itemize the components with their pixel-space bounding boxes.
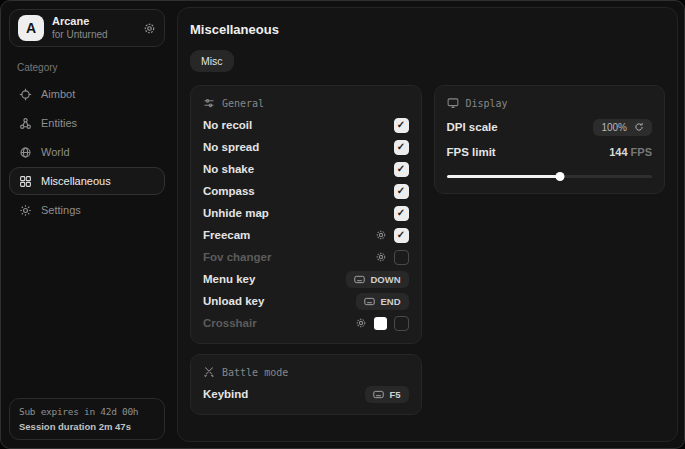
- setting-label: Menu key: [203, 273, 255, 285]
- sidebar: A Arcane for Unturned Category Aimbot: [1, 1, 173, 448]
- sidebar-item-aimbot[interactable]: Aimbot: [9, 80, 165, 108]
- general-card: General No recoil No spread No shake: [190, 85, 422, 344]
- grid-icon: [19, 175, 32, 188]
- setting-label: DPI scale: [447, 121, 498, 133]
- fps-slider-fill: [447, 175, 560, 178]
- sidebar-header: A Arcane for Unturned: [9, 9, 165, 47]
- fps-limit-slider[interactable]: [447, 171, 653, 181]
- setting-label: No recoil: [203, 119, 252, 131]
- dpi-scale-value: 100%: [601, 122, 627, 133]
- battle-keybind-value: F5: [389, 389, 400, 400]
- app-window: A Arcane for Unturned Category Aimbot: [0, 0, 685, 449]
- sliders-icon: [203, 97, 215, 109]
- setting-label: Keybind: [203, 388, 248, 400]
- setting-row-battle-keybind: Keybind F5: [203, 383, 409, 405]
- dpi-scale-button[interactable]: 100%: [593, 119, 652, 136]
- setting-row-dpi-scale: DPI scale 100%: [447, 114, 653, 140]
- setting-row-unload-key: Unload key END: [203, 290, 409, 312]
- battle-mode-card-title: Battle mode: [222, 367, 288, 378]
- crosshair-icon: [19, 88, 32, 101]
- main-panel: Miscellaneous Misc General No recoil: [177, 7, 678, 442]
- setting-row-no-recoil: No recoil: [203, 114, 409, 136]
- subscription-status-card: Sub expires in 42d 00h Session duration …: [9, 398, 165, 440]
- setting-row-menu-key: Menu key DOWN: [203, 268, 409, 290]
- menu-key-value: DOWN: [370, 274, 400, 285]
- setting-row-no-spread: No spread: [203, 136, 409, 158]
- no-recoil-checkbox[interactable]: [394, 118, 409, 133]
- setting-row-compass: Compass: [203, 180, 409, 202]
- unload-key-keybind-button[interactable]: END: [356, 293, 408, 310]
- sidebar-item-label: Settings: [41, 204, 81, 216]
- fps-limit-value: 144 FPS: [609, 146, 652, 158]
- setting-label: Fov changer: [203, 251, 271, 263]
- fps-slider-handle[interactable]: [555, 172, 564, 181]
- crosshair-color-swatch[interactable]: [374, 317, 387, 330]
- keyboard-icon: [364, 297, 375, 306]
- setting-row-no-shake: No shake: [203, 158, 409, 180]
- unload-key-value: END: [380, 296, 400, 307]
- display-card: Display DPI scale 100%: [434, 85, 666, 194]
- sidebar-item-label: World: [41, 146, 70, 158]
- display-card-title: Display: [466, 98, 508, 109]
- setting-row-fps-limit: FPS limit 144 FPS: [447, 140, 653, 164]
- setting-label: No shake: [203, 163, 254, 175]
- battle-keybind-button[interactable]: F5: [365, 386, 408, 403]
- freecam-gear-icon[interactable]: [375, 229, 387, 241]
- setting-label: No spread: [203, 141, 259, 153]
- swords-icon: [203, 366, 215, 378]
- setting-label: Unhide map: [203, 207, 269, 219]
- entities-icon: [19, 117, 32, 130]
- setting-label: Compass: [203, 185, 255, 197]
- menu-key-keybind-button[interactable]: DOWN: [346, 271, 408, 288]
- no-spread-checkbox[interactable]: [394, 140, 409, 155]
- setting-row-freecam: Freecam: [203, 224, 409, 246]
- session-duration-text: Session duration 2m 47s: [19, 421, 155, 432]
- keyboard-icon: [373, 390, 384, 399]
- app-subtitle: for Unturned: [52, 29, 108, 41]
- no-shake-checkbox[interactable]: [394, 162, 409, 177]
- sidebar-item-label: Miscellaneous: [41, 175, 111, 187]
- sidebar-item-settings[interactable]: Settings: [9, 196, 165, 224]
- setting-row-unhide-map: Unhide map: [203, 202, 409, 224]
- app-avatar: A: [18, 15, 44, 41]
- freecam-checkbox[interactable]: [394, 228, 409, 243]
- globe-icon: [19, 146, 32, 159]
- unhide-map-checkbox[interactable]: [394, 206, 409, 221]
- setting-label: Unload key: [203, 295, 264, 307]
- crosshair-checkbox[interactable]: [394, 316, 409, 331]
- setting-row-crosshair: Crosshair: [203, 312, 409, 334]
- sub-expires-text: Sub expires in 42d 00h: [19, 406, 155, 417]
- header-gear-icon[interactable]: [143, 22, 156, 35]
- fov-changer-gear-icon[interactable]: [375, 251, 387, 263]
- page-title: Miscellaneous: [190, 22, 665, 37]
- general-card-title: General: [222, 98, 264, 109]
- sidebar-item-world[interactable]: World: [9, 138, 165, 166]
- sidebar-item-label: Aimbot: [41, 88, 75, 100]
- monitor-icon: [447, 97, 459, 109]
- sidebar-item-label: Entities: [41, 117, 77, 129]
- setting-label: Freecam: [203, 229, 250, 241]
- refresh-icon: [634, 122, 644, 132]
- setting-label: FPS limit: [447, 146, 496, 158]
- crosshair-gear-icon[interactable]: [355, 317, 367, 329]
- category-label: Category: [17, 62, 157, 73]
- sidebar-item-miscellaneous[interactable]: Miscellaneous: [9, 167, 165, 195]
- fov-changer-checkbox[interactable]: [394, 250, 409, 265]
- setting-label: Crosshair: [203, 317, 257, 329]
- compass-checkbox[interactable]: [394, 184, 409, 199]
- sidebar-item-entities[interactable]: Entities: [9, 109, 165, 137]
- keyboard-icon: [354, 275, 365, 284]
- battle-mode-card: Battle mode Keybind F5: [190, 354, 422, 415]
- tab-misc[interactable]: Misc: [190, 50, 234, 72]
- gear-icon: [19, 204, 32, 217]
- setting-row-fov-changer: Fov changer: [203, 246, 409, 268]
- app-name: Arcane: [52, 15, 108, 28]
